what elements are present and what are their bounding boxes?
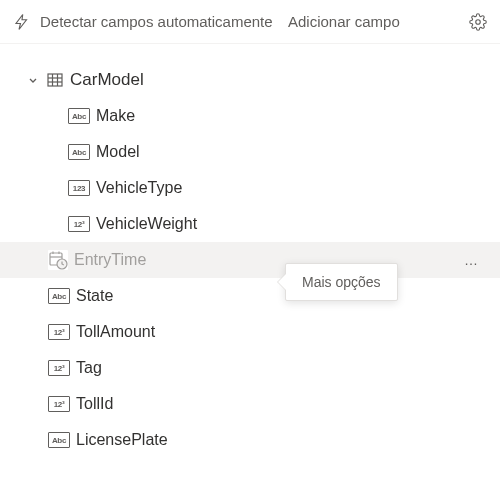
decimal-type-icon: 12³ <box>68 216 90 232</box>
more-options-button[interactable]: … <box>456 248 488 272</box>
field-tollid[interactable]: 12³ TollId <box>0 386 500 422</box>
add-field-label[interactable]: Adicionar campo <box>288 13 400 30</box>
gear-icon[interactable] <box>468 12 488 32</box>
number-type-icon: 123 <box>68 180 90 196</box>
field-label: Tag <box>76 359 102 377</box>
decimal-type-icon: 12³ <box>48 396 70 412</box>
tree-root-carmodel[interactable]: CarModel <box>0 62 500 98</box>
field-label: VehicleWeight <box>96 215 197 233</box>
svg-point-0 <box>476 20 481 25</box>
table-icon <box>46 71 64 89</box>
field-model[interactable]: Abc Model <box>0 134 500 170</box>
field-make[interactable]: Abc Make <box>0 98 500 134</box>
field-tag[interactable]: 12³ Tag <box>0 350 500 386</box>
field-label: Make <box>96 107 135 125</box>
field-label: EntryTime <box>74 251 146 269</box>
field-state[interactable]: Abc State <box>0 278 500 314</box>
decimal-type-icon: 12³ <box>48 324 70 340</box>
svg-rect-1 <box>48 74 62 86</box>
field-tollamount[interactable]: 12³ TollAmount <box>0 314 500 350</box>
field-label: TollAmount <box>76 323 155 341</box>
text-type-icon: Abc <box>68 144 90 160</box>
toolbar: Detectar campos automaticamente Adiciona… <box>0 0 500 44</box>
text-type-icon: Abc <box>48 432 70 448</box>
datetime-type-icon <box>48 250 68 270</box>
root-label: CarModel <box>70 70 144 90</box>
chevron-down-icon[interactable] <box>26 73 40 87</box>
field-label: Model <box>96 143 140 161</box>
decimal-type-icon: 12³ <box>48 360 70 376</box>
field-licenseplate[interactable]: Abc LicensePlate <box>0 422 500 458</box>
field-label: State <box>76 287 113 304</box>
field-entrytime[interactable]: EntryTime … <box>0 242 500 278</box>
field-label: VehicleType <box>96 179 182 197</box>
field-vehicleweight[interactable]: 12³ VehicleWeight <box>0 206 500 242</box>
bolt-icon[interactable] <box>12 12 32 32</box>
more-options-tooltip: Mais opções <box>285 263 398 301</box>
tooltip-label: Mais opções <box>302 274 381 290</box>
field-label: TollId <box>76 395 113 413</box>
field-tree: CarModel Abc Make Abc Model 123 VehicleT… <box>0 44 500 458</box>
text-type-icon: Abc <box>68 108 90 124</box>
detect-fields-label[interactable]: Detectar campos automaticamente <box>40 13 488 30</box>
text-type-icon: Abc <box>48 288 70 304</box>
field-label: LicensePlate <box>76 431 168 449</box>
field-vehicletype[interactable]: 123 VehicleType <box>0 170 500 206</box>
